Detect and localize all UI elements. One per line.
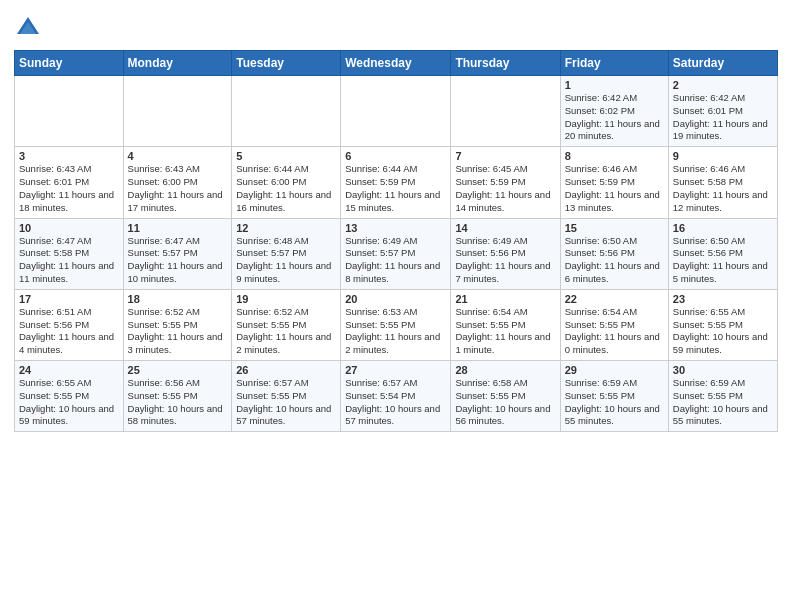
day-cell: [341, 76, 451, 147]
day-cell: [232, 76, 341, 147]
day-cell: 22Sunrise: 6:54 AM Sunset: 5:55 PM Dayli…: [560, 289, 668, 360]
week-row-5: 24Sunrise: 6:55 AM Sunset: 5:55 PM Dayli…: [15, 361, 778, 432]
day-cell: 18Sunrise: 6:52 AM Sunset: 5:55 PM Dayli…: [123, 289, 232, 360]
day-number: 28: [455, 364, 555, 376]
day-cell: 10Sunrise: 6:47 AM Sunset: 5:58 PM Dayli…: [15, 218, 124, 289]
day-cell: 16Sunrise: 6:50 AM Sunset: 5:56 PM Dayli…: [668, 218, 777, 289]
day-cell: 4Sunrise: 6:43 AM Sunset: 6:00 PM Daylig…: [123, 147, 232, 218]
day-cell: [15, 76, 124, 147]
day-info: Sunrise: 6:46 AM Sunset: 5:58 PM Dayligh…: [673, 163, 773, 214]
day-cell: 14Sunrise: 6:49 AM Sunset: 5:56 PM Dayli…: [451, 218, 560, 289]
day-cell: 28Sunrise: 6:58 AM Sunset: 5:55 PM Dayli…: [451, 361, 560, 432]
calendar-table: SundayMondayTuesdayWednesdayThursdayFrid…: [14, 50, 778, 432]
day-info: Sunrise: 6:45 AM Sunset: 5:59 PM Dayligh…: [455, 163, 555, 214]
day-info: Sunrise: 6:59 AM Sunset: 5:55 PM Dayligh…: [565, 377, 664, 428]
calendar-page: SundayMondayTuesdayWednesdayThursdayFrid…: [0, 0, 792, 612]
day-info: Sunrise: 6:47 AM Sunset: 5:57 PM Dayligh…: [128, 235, 228, 286]
weekday-header-wednesday: Wednesday: [341, 51, 451, 76]
day-number: 6: [345, 150, 446, 162]
day-cell: 13Sunrise: 6:49 AM Sunset: 5:57 PM Dayli…: [341, 218, 451, 289]
day-cell: 26Sunrise: 6:57 AM Sunset: 5:55 PM Dayli…: [232, 361, 341, 432]
day-number: 25: [128, 364, 228, 376]
day-number: 24: [19, 364, 119, 376]
week-row-4: 17Sunrise: 6:51 AM Sunset: 5:56 PM Dayli…: [15, 289, 778, 360]
day-info: Sunrise: 6:43 AM Sunset: 6:01 PM Dayligh…: [19, 163, 119, 214]
day-number: 17: [19, 293, 119, 305]
day-info: Sunrise: 6:56 AM Sunset: 5:55 PM Dayligh…: [128, 377, 228, 428]
weekday-header-saturday: Saturday: [668, 51, 777, 76]
day-info: Sunrise: 6:52 AM Sunset: 5:55 PM Dayligh…: [128, 306, 228, 357]
day-cell: 3Sunrise: 6:43 AM Sunset: 6:01 PM Daylig…: [15, 147, 124, 218]
day-cell: 20Sunrise: 6:53 AM Sunset: 5:55 PM Dayli…: [341, 289, 451, 360]
day-number: 18: [128, 293, 228, 305]
day-number: 15: [565, 222, 664, 234]
day-info: Sunrise: 6:52 AM Sunset: 5:55 PM Dayligh…: [236, 306, 336, 357]
day-info: Sunrise: 6:50 AM Sunset: 5:56 PM Dayligh…: [673, 235, 773, 286]
day-cell: 15Sunrise: 6:50 AM Sunset: 5:56 PM Dayli…: [560, 218, 668, 289]
day-number: 3: [19, 150, 119, 162]
day-number: 7: [455, 150, 555, 162]
day-info: Sunrise: 6:50 AM Sunset: 5:56 PM Dayligh…: [565, 235, 664, 286]
day-info: Sunrise: 6:51 AM Sunset: 5:56 PM Dayligh…: [19, 306, 119, 357]
day-info: Sunrise: 6:55 AM Sunset: 5:55 PM Dayligh…: [19, 377, 119, 428]
weekday-header-tuesday: Tuesday: [232, 51, 341, 76]
day-number: 2: [673, 79, 773, 91]
day-cell: 24Sunrise: 6:55 AM Sunset: 5:55 PM Dayli…: [15, 361, 124, 432]
day-cell: 9Sunrise: 6:46 AM Sunset: 5:58 PM Daylig…: [668, 147, 777, 218]
day-cell: 23Sunrise: 6:55 AM Sunset: 5:55 PM Dayli…: [668, 289, 777, 360]
day-info: Sunrise: 6:53 AM Sunset: 5:55 PM Dayligh…: [345, 306, 446, 357]
day-number: 29: [565, 364, 664, 376]
day-number: 19: [236, 293, 336, 305]
week-row-2: 3Sunrise: 6:43 AM Sunset: 6:01 PM Daylig…: [15, 147, 778, 218]
day-number: 16: [673, 222, 773, 234]
logo: [14, 14, 46, 42]
day-info: Sunrise: 6:44 AM Sunset: 5:59 PM Dayligh…: [345, 163, 446, 214]
logo-icon: [14, 14, 42, 42]
day-cell: 27Sunrise: 6:57 AM Sunset: 5:54 PM Dayli…: [341, 361, 451, 432]
day-cell: 25Sunrise: 6:56 AM Sunset: 5:55 PM Dayli…: [123, 361, 232, 432]
day-cell: 1Sunrise: 6:42 AM Sunset: 6:02 PM Daylig…: [560, 76, 668, 147]
day-info: Sunrise: 6:57 AM Sunset: 5:54 PM Dayligh…: [345, 377, 446, 428]
day-number: 27: [345, 364, 446, 376]
day-number: 8: [565, 150, 664, 162]
day-number: 5: [236, 150, 336, 162]
day-info: Sunrise: 6:58 AM Sunset: 5:55 PM Dayligh…: [455, 377, 555, 428]
day-info: Sunrise: 6:46 AM Sunset: 5:59 PM Dayligh…: [565, 163, 664, 214]
day-info: Sunrise: 6:43 AM Sunset: 6:00 PM Dayligh…: [128, 163, 228, 214]
weekday-header-thursday: Thursday: [451, 51, 560, 76]
day-info: Sunrise: 6:44 AM Sunset: 6:00 PM Dayligh…: [236, 163, 336, 214]
day-number: 4: [128, 150, 228, 162]
day-cell: 7Sunrise: 6:45 AM Sunset: 5:59 PM Daylig…: [451, 147, 560, 218]
day-info: Sunrise: 6:55 AM Sunset: 5:55 PM Dayligh…: [673, 306, 773, 357]
day-cell: 5Sunrise: 6:44 AM Sunset: 6:00 PM Daylig…: [232, 147, 341, 218]
day-cell: 30Sunrise: 6:59 AM Sunset: 5:55 PM Dayli…: [668, 361, 777, 432]
weekday-header-monday: Monday: [123, 51, 232, 76]
day-info: Sunrise: 6:49 AM Sunset: 5:56 PM Dayligh…: [455, 235, 555, 286]
day-info: Sunrise: 6:54 AM Sunset: 5:55 PM Dayligh…: [565, 306, 664, 357]
day-info: Sunrise: 6:47 AM Sunset: 5:58 PM Dayligh…: [19, 235, 119, 286]
weekday-header-sunday: Sunday: [15, 51, 124, 76]
day-cell: 17Sunrise: 6:51 AM Sunset: 5:56 PM Dayli…: [15, 289, 124, 360]
weekday-header-row: SundayMondayTuesdayWednesdayThursdayFrid…: [15, 51, 778, 76]
day-info: Sunrise: 6:54 AM Sunset: 5:55 PM Dayligh…: [455, 306, 555, 357]
day-info: Sunrise: 6:49 AM Sunset: 5:57 PM Dayligh…: [345, 235, 446, 286]
day-cell: 12Sunrise: 6:48 AM Sunset: 5:57 PM Dayli…: [232, 218, 341, 289]
day-cell: 2Sunrise: 6:42 AM Sunset: 6:01 PM Daylig…: [668, 76, 777, 147]
day-number: 10: [19, 222, 119, 234]
day-info: Sunrise: 6:42 AM Sunset: 6:01 PM Dayligh…: [673, 92, 773, 143]
day-number: 11: [128, 222, 228, 234]
day-number: 12: [236, 222, 336, 234]
day-cell: [123, 76, 232, 147]
day-number: 1: [565, 79, 664, 91]
day-cell: 29Sunrise: 6:59 AM Sunset: 5:55 PM Dayli…: [560, 361, 668, 432]
header: [14, 10, 778, 42]
day-number: 13: [345, 222, 446, 234]
day-cell: 6Sunrise: 6:44 AM Sunset: 5:59 PM Daylig…: [341, 147, 451, 218]
day-info: Sunrise: 6:42 AM Sunset: 6:02 PM Dayligh…: [565, 92, 664, 143]
day-number: 30: [673, 364, 773, 376]
day-number: 26: [236, 364, 336, 376]
week-row-3: 10Sunrise: 6:47 AM Sunset: 5:58 PM Dayli…: [15, 218, 778, 289]
day-number: 14: [455, 222, 555, 234]
day-info: Sunrise: 6:57 AM Sunset: 5:55 PM Dayligh…: [236, 377, 336, 428]
weekday-header-friday: Friday: [560, 51, 668, 76]
